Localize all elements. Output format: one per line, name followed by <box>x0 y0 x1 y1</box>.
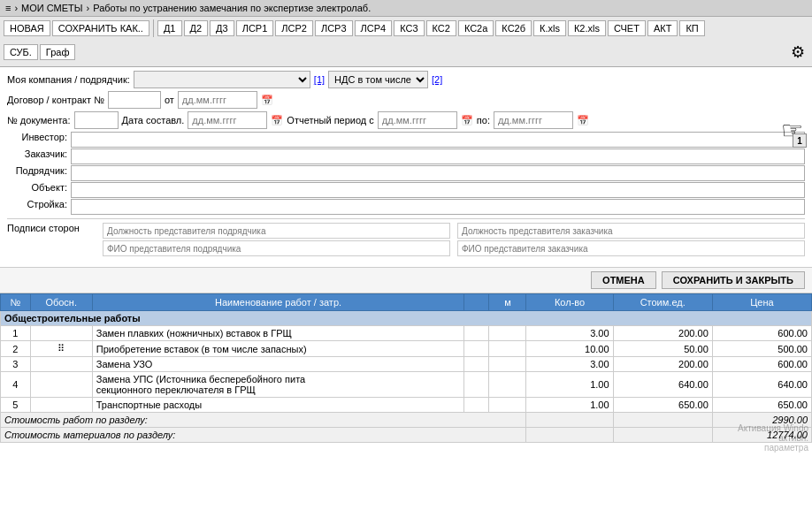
investor-input[interactable] <box>71 132 805 148</box>
section-row: Общестроительные работы <box>1 311 812 326</box>
cell-obosn <box>30 398 92 413</box>
building-input[interactable] <box>71 199 805 215</box>
cell-cena: 500.00 <box>712 341 811 357</box>
cell-kolvo: 3.00 <box>526 326 613 341</box>
cell-num: 4 <box>1 372 31 398</box>
contract-label: Договор / контракт № <box>7 95 104 105</box>
company-row: Моя компания / подрядчик: [1] НДС в том … <box>7 71 805 88</box>
investor-label: Инвестор: <box>7 132 67 148</box>
contract-number-input[interactable] <box>108 91 161 109</box>
cell-empty <box>464 341 489 357</box>
main-table: № Обосн. Наименование работ / затр. м Ко… <box>0 293 812 443</box>
btn-ks2a[interactable]: КС2а <box>458 20 494 36</box>
total-mat-value: 12774.00 <box>712 428 811 443</box>
btn-ks2b[interactable]: КС2б <box>495 20 532 36</box>
cell-unit <box>489 341 526 357</box>
breadcrumb-sep: › <box>14 3 18 13</box>
total-work-value: 2990.00 <box>712 413 811 428</box>
cell-stoimost: 640.00 <box>613 372 712 398</box>
cell-kolvo: 3.00 <box>526 357 613 372</box>
customer-fio-input[interactable] <box>457 240 805 256</box>
table-row[interactable]: 3 Замена УЗО 3.00 200.00 600.00 <box>1 357 812 372</box>
cell-cena: 600.00 <box>712 326 811 341</box>
contractor-fio-input[interactable] <box>103 240 450 256</box>
btn-lsr3[interactable]: ЛСР3 <box>315 20 353 36</box>
customer-input[interactable] <box>71 148 805 164</box>
btn-lsr1[interactable]: ЛСР1 <box>236 20 274 36</box>
contract-date-input[interactable] <box>178 91 257 109</box>
period-label: Отчетный период с <box>287 115 373 126</box>
customer-label: Заказчик: <box>7 148 67 164</box>
table-row[interactable]: 4 Замена УПС (Источника бесперебойного п… <box>1 372 812 398</box>
total-work-empty1 <box>526 413 613 428</box>
save-close-button[interactable]: СОХРАНИТЬ И ЗАКРЫТЬ <box>662 271 805 289</box>
cell-kolvo: 1.00 <box>526 398 613 413</box>
gear-button[interactable]: ⚙ <box>787 41 808 64</box>
th-cena: Цена <box>712 294 811 311</box>
btn-k2xls[interactable]: К2.xls <box>568 20 606 36</box>
period-to-label: по: <box>477 115 490 126</box>
table-container: № Обосн. Наименование работ / затр. м Ко… <box>0 293 812 443</box>
company-select[interactable] <box>134 71 310 88</box>
building-label: Стройка: <box>7 199 67 215</box>
table-header-row: № Обосн. Наименование работ / затр. м Ко… <box>1 294 812 311</box>
cancel-button[interactable]: ОТМЕНА <box>591 271 656 289</box>
contractor-input[interactable] <box>71 165 805 181</box>
customer-pos-input[interactable] <box>457 223 805 239</box>
total-work-empty2 <box>613 413 712 428</box>
cell-stoimost: 650.00 <box>613 398 712 413</box>
cell-obosn <box>30 357 92 372</box>
btn-akt[interactable]: АКТ <box>647 20 678 36</box>
doc-date-label: Дата составл. <box>122 115 185 126</box>
btn-kp[interactable]: КП <box>679 20 704 36</box>
cell-name: Транспортные расходы <box>92 398 464 413</box>
nds-select[interactable]: НДС в том числе <box>328 71 428 88</box>
cell-stoimost: 200.00 <box>613 357 712 372</box>
cell-name: Замена УПС (Источника бесперебойного пит… <box>92 372 464 398</box>
total-mat-empty2 <box>613 428 712 443</box>
cell-obosn <box>30 326 92 341</box>
home-icon[interactable]: ≡ <box>5 3 11 13</box>
cell-num: 5 <box>1 398 31 413</box>
th-num: № <box>1 294 31 311</box>
btn-ks2[interactable]: КС2 <box>426 20 456 36</box>
btn-sub[interactable]: СУБ. <box>4 44 38 60</box>
breadcrumb: ≡ › МОИ СМЕТЫ › Работы по устранению зам… <box>0 0 812 17</box>
cell-unit <box>489 326 526 341</box>
btn-new[interactable]: НОВАЯ <box>4 20 50 36</box>
nds-link1[interactable]: [1] <box>314 74 325 85</box>
doc-number-input[interactable] <box>74 111 119 129</box>
cell-unit <box>489 372 526 398</box>
period-to-input[interactable] <box>494 111 573 129</box>
btn-schet[interactable]: СЧЕТ <box>608 20 646 36</box>
period-from-input[interactable] <box>378 111 457 129</box>
btn-lsr4[interactable]: ЛСР4 <box>355 20 393 36</box>
doc-date-input[interactable] <box>188 111 267 129</box>
btn-save-as[interactable]: СОХРАНИТЬ КАК.. <box>52 20 149 36</box>
bottom-section: Активация Windo активн. параметра 2 № Об… <box>0 293 812 525</box>
btn-lsr2[interactable]: ЛСР2 <box>275 20 313 36</box>
btn-ks3[interactable]: КС3 <box>394 20 424 36</box>
table-row[interactable]: 5 Транспортные расходы 1.00 650.00 650.0… <box>1 398 812 413</box>
cell-empty <box>464 357 489 372</box>
cell-cena: 640.00 <box>712 372 811 398</box>
contractor-pos-input[interactable] <box>103 223 450 239</box>
btn-kxls[interactable]: К.xls <box>533 20 566 36</box>
nds-link2[interactable]: [2] <box>432 74 442 85</box>
btn-graf[interactable]: Граф <box>40 44 76 60</box>
cell-unit <box>489 398 526 413</box>
btn-d2[interactable]: Д2 <box>184 20 209 36</box>
cell-cena: 600.00 <box>712 357 811 372</box>
cell-unit <box>489 357 526 372</box>
btn-d1[interactable]: Д1 <box>157 20 182 36</box>
table-row[interactable]: 1 Замен плавких (ножничных) вставок в ГР… <box>1 326 812 341</box>
cell-obosn <box>30 372 92 398</box>
toolbar-divider1 <box>153 19 154 37</box>
object-input[interactable] <box>71 182 805 198</box>
table-row[interactable]: 2 ⠿ Приобретение вставок (в том числе за… <box>1 341 812 357</box>
btn-d3[interactable]: Д3 <box>210 20 234 36</box>
cell-name: Приобретение вставок (в том числе запасн… <box>92 341 464 357</box>
total-mat-empty1 <box>526 428 613 443</box>
th-stoimost: Стоим.ед. <box>613 294 712 311</box>
breadcrumb-item1[interactable]: МОИ СМЕТЫ <box>21 3 82 13</box>
